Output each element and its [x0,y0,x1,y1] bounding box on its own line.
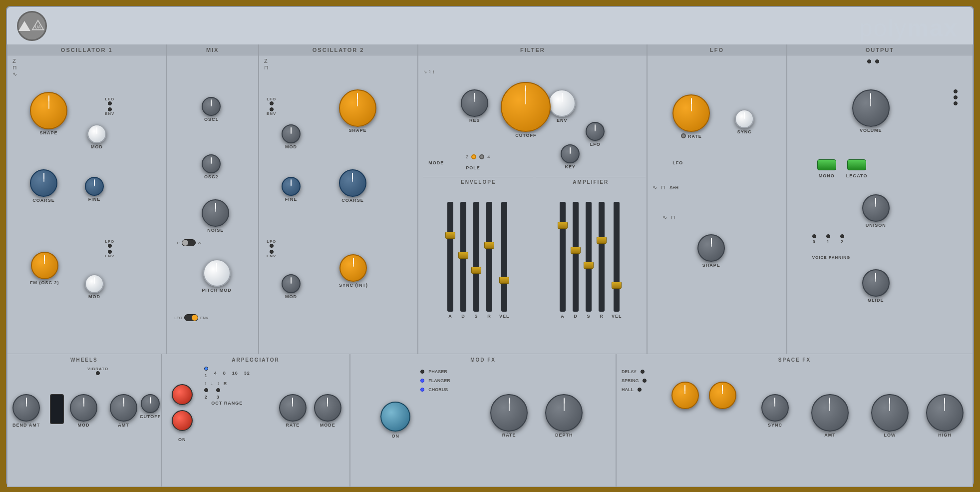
osc1-mod2-knob[interactable] [85,274,104,293]
mix-osc2-knob[interactable] [202,154,221,173]
unison-0-group: 0 [812,234,816,244]
osc1-env2-led[interactable] [108,250,112,254]
osc1-lfo2-led[interactable] [108,244,112,248]
amp-d-track[interactable] [573,202,579,312]
amp-d-thumb[interactable] [571,247,581,254]
spacefx-spring-led[interactable] [643,379,647,383]
unison-1-led[interactable] [826,234,830,238]
osc2-sync-knob[interactable] [339,254,367,282]
osc1-shape-knob[interactable] [30,92,67,129]
amp-vel-thumb[interactable] [612,282,622,289]
osc2-coarse-knob[interactable] [339,169,366,197]
spacefx-sync-knob[interactable] [761,394,789,422]
osc2-shape-label: SHAPE [348,128,366,133]
env-d-track[interactable] [460,202,466,312]
legato-btn[interactable] [847,159,866,170]
env-a-thumb[interactable] [445,232,455,239]
arp-3-led[interactable] [216,388,220,392]
osc1-coarse-knob[interactable] [30,169,57,197]
osc1-lfo-led[interactable] [108,101,112,105]
modfx-chorus-led[interactable] [420,388,424,392]
spacefx-hall-led[interactable] [638,388,642,392]
amp-r-thumb[interactable] [597,237,607,244]
spacefx-knob1[interactable] [671,382,699,409]
modfx-flanger-led[interactable] [420,379,424,383]
filter-env-label: ENV [557,118,568,123]
modfx-on-btn[interactable] [380,402,410,432]
env-vel-track[interactable] [501,202,507,312]
filter-env-knob[interactable] [548,89,576,117]
env-s-thumb[interactable] [471,267,481,274]
modfx-depth-knob[interactable] [545,394,583,432]
filter-key-knob[interactable] [561,144,580,163]
modfx-rate-knob[interactable] [490,394,528,432]
osc1-fine-knob[interactable] [85,177,104,196]
amp-r-track[interactable] [599,202,605,312]
spacefx-delay-led[interactable] [641,370,645,374]
mix-pw-switch[interactable] [182,239,196,246]
unison-0-led[interactable] [812,234,816,238]
lfo-shape-knob[interactable] [697,234,725,262]
osc1-env-led[interactable] [108,107,112,111]
vibrato-led[interactable] [96,371,100,375]
lfo-sync-knob[interactable] [735,109,754,128]
env-r-thumb[interactable] [484,242,494,249]
env-r-track[interactable] [486,202,492,312]
amp-s-thumb[interactable] [584,262,594,269]
osc2-label: OSCILLATOR 2 [313,47,364,53]
amp-a-thumb[interactable] [558,222,568,229]
wheels-mod-knob[interactable] [70,394,97,422]
osc2-lfo-led[interactable] [270,101,274,105]
osc2-lfo2-led[interactable] [270,244,274,248]
modfx-phaser-led[interactable] [420,370,424,374]
pitch-pad-display[interactable] [50,394,64,424]
osc2-env-led[interactable] [270,107,274,111]
mix-osc1-knob[interactable] [202,97,221,116]
mix-pitchmod-knob[interactable] [203,259,231,287]
env-d-thumb[interactable] [458,252,468,259]
filter-pole-4-radio[interactable] [479,154,484,159]
osc2-mod-knob[interactable] [282,124,301,143]
arp-2-led[interactable] [204,388,208,392]
wheels-cutoff-knob[interactable] [141,394,160,413]
osc1-fm-knob[interactable] [31,252,58,279]
arp-1-led[interactable] [204,367,208,371]
output-unison-knob[interactable] [862,194,890,222]
output-glide-knob[interactable] [862,269,890,297]
env-s-track[interactable] [473,202,479,312]
spacefx-amt-knob[interactable] [811,394,849,432]
filter-pole-2-radio[interactable] [471,154,476,159]
arp-rate-knob[interactable] [279,394,307,422]
mix-noise-knob[interactable] [202,199,229,227]
arp-2-label: 2 [205,395,208,400]
osc1-mod-knob[interactable] [87,124,106,143]
env-vel-thumb[interactable] [499,277,509,284]
lfo-rate-knob[interactable] [672,94,710,132]
unison-2-led[interactable] [840,234,844,238]
arp-on-btn1[interactable] [172,384,193,405]
spacefx-low-knob[interactable] [871,394,909,432]
wheels-bendamt-knob[interactable] [12,394,40,422]
amp-a-track[interactable] [560,202,566,312]
mono-btn[interactable] [817,159,836,170]
filter-cutoff-knob[interactable] [501,82,551,132]
mix-osc2-label: OSC2 [204,174,219,179]
lfo-rate-radio[interactable] [681,133,686,138]
filter-lfo-knob[interactable] [586,122,605,141]
spacefx-high-knob[interactable] [926,394,964,432]
spacefx-knob2[interactable] [709,382,736,409]
arp-mode-knob[interactable] [314,394,341,422]
arp-on-btn2[interactable] [172,410,193,431]
env-a-track[interactable] [447,202,453,312]
unison-2-group: 2 [840,234,844,244]
filter-res-knob[interactable] [461,89,488,117]
osc2-env2-led[interactable] [270,250,274,254]
osc2-shape-knob[interactable] [339,89,376,127]
output-volume-knob[interactable] [852,89,890,127]
osc2-mod2-knob[interactable] [282,274,301,293]
amp-s-track[interactable] [586,202,592,312]
amp-vel-track[interactable] [614,202,620,312]
wheels-amt-knob[interactable] [110,394,137,422]
mix-lfoenv-switch[interactable] [184,314,198,321]
osc2-fine-knob[interactable] [282,177,301,196]
